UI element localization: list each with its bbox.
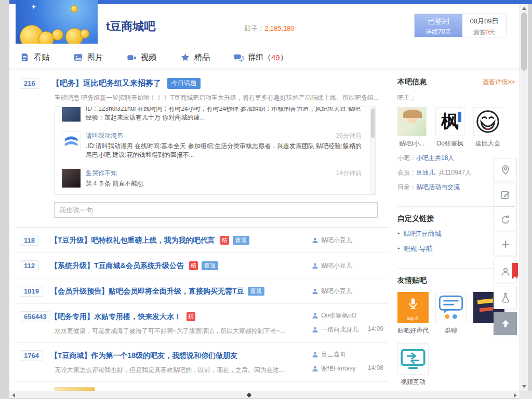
thread-title-link[interactable]: 【吧务】逗比吧务组又来招募了	[52, 78, 161, 88]
user-avatar[interactable]	[62, 131, 81, 150]
sticky-badge: 置顶	[248, 287, 264, 296]
thread-title-link[interactable]: 【吧务专用】水贴专用楼，快来发大水！	[50, 312, 181, 322]
admin-card[interactable]: 枫 Oo张霖枫	[435, 107, 464, 148]
sub-admins-link[interactable]: 小吧主共18人	[416, 154, 454, 162]
admin-card[interactable]: 逗比大会	[473, 107, 502, 148]
last-reply-time: 14:09	[368, 325, 383, 332]
view-details-link[interactable]: 查看详情>>	[483, 78, 515, 87]
sparkle-graphic	[31, 4, 36, 9]
thread-author[interactable]: Oo张霖枫oO	[312, 311, 356, 320]
scroll-up-arrow[interactable]	[522, 7, 526, 10]
tieba-logo-icon	[62, 132, 80, 150]
thread-author[interactable]: 贴吧小豆儿	[312, 236, 352, 245]
reply-author[interactable]: 请叫我动漫男	[86, 131, 123, 140]
location-pin-button[interactable]	[494, 158, 517, 181]
scroll-left-arrow[interactable]	[12, 393, 15, 397]
back-to-top-button[interactable]	[494, 312, 517, 335]
thread-author[interactable]: 英三嘉哥	[312, 350, 346, 359]
voice-forum-tile[interactable]: say it.	[397, 292, 429, 323]
tab-groups[interactable]: 群组（49）	[234, 52, 288, 62]
refresh-icon	[500, 214, 511, 225]
category-link[interactable]: 贴吧活动与交流	[416, 183, 460, 191]
good-badge: 精	[220, 236, 229, 245]
thread-author[interactable]: 贴吧小豆儿	[312, 287, 352, 296]
user-icon	[312, 351, 318, 358]
lab-button[interactable]	[494, 286, 517, 309]
laughing-face-icon	[474, 108, 502, 136]
vertical-scrollbar[interactable]	[520, 4, 528, 391]
refresh-button[interactable]	[494, 208, 517, 231]
last-reply-author[interactable]: 谢绝Fantasy	[312, 364, 356, 373]
red-ribbon-tag	[512, 263, 518, 276]
thread-title-link[interactable]: 【会员升级预告】贴吧会员即将全面升级，直接购买无需T豆	[50, 287, 244, 296]
compose-icon	[500, 189, 511, 201]
admin-card[interactable]: 贴吧t小...	[397, 107, 427, 148]
thread-thumbnail[interactable]	[55, 387, 95, 391]
reply-item: ID：123hui321hui 在线时间：有时24小时，有时24秒钟 参加组织：…	[55, 107, 375, 126]
reply-author[interactable]: 鱼哭你不知	[86, 169, 117, 178]
add-button[interactable]	[494, 233, 517, 256]
location-pin-icon	[500, 164, 511, 176]
thread-item[interactable]: 118 【T豆升级】吧特权礼包重磅上线，我为我的吧代言 精 置顶 贴吧小豆儿	[16, 228, 389, 253]
scroll-down-arrow[interactable]	[522, 385, 526, 388]
video-forum-tile[interactable]	[397, 343, 429, 375]
person-icon	[500, 266, 511, 277]
tab-pictures[interactable]: 图片	[73, 52, 103, 62]
star-icon	[180, 52, 190, 62]
admin-avatar[interactable]: 枫	[435, 107, 464, 136]
thread-title-link[interactable]: 【T豆升级】吧特权礼包重磅上线，我为我的吧代言	[50, 236, 215, 245]
group-count: 49	[271, 53, 280, 62]
friend-forum-card[interactable]: 群聊	[435, 292, 467, 335]
sticky-badge: 置顶	[202, 261, 218, 270]
thread-item[interactable]	[16, 382, 389, 391]
signed-panel[interactable]: 已签到 连续70天	[415, 14, 462, 37]
scrollbar-thumb[interactable]	[371, 109, 375, 138]
flask-icon	[500, 292, 511, 303]
replies-scrollbar[interactable]	[370, 107, 375, 194]
thread-preview: 重磅消息 吧务组新一轮招聘开始啦！！！ T豆商城吧启动重大升级，将有更多有趣好玩…	[55, 94, 382, 102]
compose-button[interactable]	[494, 183, 517, 206]
reply-time: 14分钟前	[336, 169, 362, 178]
user-icon	[312, 237, 318, 244]
thread-item[interactable]: 112 【系统升级】T豆商城&会员系统升级公告 精 置顶 贴吧小豆儿	[16, 253, 389, 278]
admin-name[interactable]: Oo张霖枫	[435, 139, 464, 148]
member-button[interactable]	[494, 260, 517, 283]
admin-avatar[interactable]	[473, 107, 502, 136]
member-title-link[interactable]: 豆油儿	[416, 169, 435, 176]
video-screen-icon	[398, 344, 428, 374]
friend-forum-card[interactable]: 视频互动	[397, 343, 429, 387]
forum-avatar-image[interactable]	[16, 0, 98, 44]
user-avatar[interactable]	[62, 107, 81, 122]
thread-item[interactable]: 656443 【吧务专用】水贴专用楼，快来发大水！ 精 水水更健康，可是发成海了…	[16, 304, 389, 343]
forum-title: t豆商城吧	[106, 19, 155, 34]
signin-missed: 漏签0天	[462, 28, 506, 37]
reply-count: 118	[20, 235, 39, 246]
scrollbar-handle[interactable]	[247, 393, 252, 398]
admin-name[interactable]: 贴吧t小...	[397, 139, 427, 148]
group-chat-tile[interactable]	[435, 292, 467, 323]
tab-posts[interactable]: 看贴	[20, 52, 49, 62]
last-reply-author[interactable]: 一路向北身儿	[312, 325, 358, 334]
tab-featured[interactable]: 精品	[180, 52, 210, 62]
thread-preview: 无论大家怎么评论我也好，但是我是真喜欢贴吧的，以前，现在，之后。因为在这...	[55, 366, 286, 375]
friend-forum-card[interactable]: say it. 贴吧好声代	[397, 292, 429, 335]
quick-comment-input[interactable]	[54, 202, 378, 218]
thread-item[interactable]: 1764 【T豆商城】作为第一个18级的吧友，我想说和你们做朋友 无论大家怎么评…	[16, 343, 389, 382]
tab-videos[interactable]: 视频	[127, 52, 156, 62]
coin-graphic	[80, 29, 89, 38]
thread-author[interactable]: 贴吧小豆儿	[312, 261, 352, 270]
signin-streak: 连续70天	[415, 28, 462, 36]
admin-name[interactable]: 逗比大会	[473, 139, 502, 148]
scroll-right-arrow[interactable]	[514, 393, 517, 397]
thread-title-link[interactable]: 【T豆商城】作为第一个18级的吧友，我想说和你们做朋友	[50, 351, 237, 361]
admin-avatar[interactable]	[397, 107, 427, 136]
reply-count: 112	[20, 260, 39, 271]
good-badge: 精	[189, 261, 198, 270]
thread-item[interactable]: 1019 【会员升级预告】贴吧会员即将全面升级，直接购买无需T豆 置顶 贴吧小豆…	[16, 278, 389, 304]
signin-widget[interactable]: 已签到 连续70天 08月09日 漏签0天	[414, 14, 507, 37]
scrollbar-thumb[interactable]	[521, 12, 527, 71]
thread-title-link[interactable]: 【系统升级】T豆商城&会员系统升级公告	[50, 261, 184, 271]
horizontal-scrollbar[interactable]	[9, 391, 520, 398]
tab-label: 群组（	[248, 52, 271, 62]
user-avatar[interactable]	[62, 169, 81, 188]
